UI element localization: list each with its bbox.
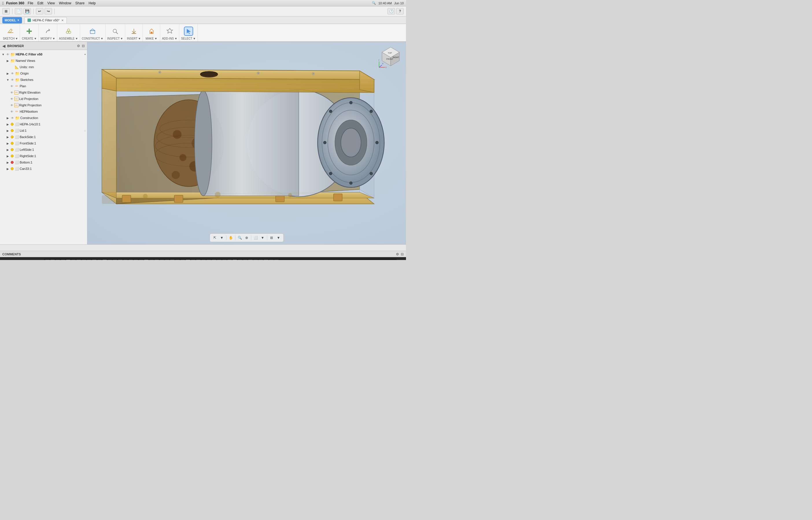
timeline-marker[interactable] bbox=[102, 260, 107, 260]
menubar-search-icon[interactable]: 🔍 bbox=[372, 1, 376, 5]
apple-logo[interactable]:  bbox=[2, 1, 4, 5]
timeline-step-forward-button[interactable]: ⏩ bbox=[30, 259, 36, 260]
menu-view[interactable]: View bbox=[46, 1, 57, 5]
tab-hepa-filter[interactable]: HEPA-C Filter v50° ✕ bbox=[24, 17, 67, 23]
timeline-marker[interactable] bbox=[113, 260, 117, 260]
inspect-dropdown-arrow[interactable]: ▼ bbox=[120, 37, 123, 40]
make-icon-btn[interactable] bbox=[147, 27, 156, 36]
menu-help[interactable]: Help bbox=[87, 1, 97, 5]
select-icon-btn[interactable] bbox=[184, 27, 193, 36]
timeline-step-back-button[interactable]: ⏴ bbox=[16, 259, 22, 260]
timeline-marker[interactable] bbox=[66, 260, 71, 260]
comments-settings-button[interactable]: ⚙ bbox=[396, 252, 399, 256]
right-projection-visibility[interactable]: 👁 bbox=[10, 103, 14, 107]
hepabottom-visibility[interactable]: 👁 bbox=[10, 109, 14, 113]
menu-file[interactable]: File bbox=[26, 1, 35, 5]
timeline-marker[interactable] bbox=[175, 260, 180, 260]
tree-named-views[interactable]: ▶ 📁 Named Views bbox=[0, 57, 87, 64]
vp-dropdown-button[interactable]: ▼ bbox=[219, 235, 225, 241]
menu-share[interactable]: Share bbox=[73, 1, 86, 5]
plan-visibility[interactable]: 👁 bbox=[10, 84, 14, 88]
modify-icon-btn[interactable] bbox=[43, 27, 53, 36]
sketch-dropdown-arrow[interactable]: ▼ bbox=[15, 37, 18, 40]
tree-units[interactable]: ▶ 📐 Units: mm bbox=[0, 64, 87, 70]
timeline-marker[interactable] bbox=[212, 260, 216, 260]
tree-hepabottom[interactable]: 👁 ✏ HEPAbottom bbox=[0, 108, 87, 115]
history-button[interactable]: 🕐 bbox=[388, 8, 395, 15]
timeline-marker[interactable] bbox=[186, 260, 190, 260]
construction-visibility[interactable]: 👁 bbox=[10, 116, 15, 120]
timeline-marker[interactable] bbox=[118, 260, 123, 260]
tree-right-elevation[interactable]: 👁 ✏ Right Elevation bbox=[0, 89, 87, 96]
timeline-marker[interactable] bbox=[253, 260, 258, 260]
save-button[interactable]: 💾 bbox=[23, 8, 31, 15]
timeline-marker[interactable] bbox=[45, 260, 50, 260]
root-visibility[interactable]: 👁 bbox=[6, 52, 10, 56]
right-elevation-visibility[interactable]: 👁 bbox=[10, 90, 14, 95]
timeline-marker[interactable] bbox=[144, 260, 149, 260]
timeline-marker[interactable] bbox=[264, 260, 268, 260]
hepa14x10-visibility-dot[interactable] bbox=[11, 123, 14, 126]
make-dropdown-arrow[interactable]: ▼ bbox=[154, 37, 157, 40]
vp-grid-button[interactable]: ⊞ bbox=[268, 235, 275, 241]
addins-icon-btn[interactable] bbox=[165, 27, 174, 36]
assemble-dropdown-arrow[interactable]: ▼ bbox=[75, 37, 78, 40]
vp-zoom-button[interactable]: 🔍 bbox=[237, 235, 243, 241]
timeline-marker[interactable] bbox=[81, 260, 86, 260]
view-cube[interactable]: FRONT RIGHT TOP X Z Y bbox=[378, 44, 404, 70]
tab-close-button[interactable]: ✕ bbox=[61, 19, 64, 22]
frontside1-visibility-dot[interactable] bbox=[11, 142, 14, 145]
timeline-last-button[interactable]: ⏭ bbox=[37, 259, 43, 260]
menu-window[interactable]: Window bbox=[57, 1, 73, 5]
timeline-marker[interactable] bbox=[269, 260, 274, 260]
timeline-marker[interactable] bbox=[107, 260, 112, 260]
bottom1-visibility-dot[interactable] bbox=[11, 161, 14, 164]
timeline-settings-button[interactable]: ⚙ bbox=[398, 259, 404, 260]
timeline-marker[interactable] bbox=[139, 260, 143, 260]
help-button[interactable]: ? bbox=[396, 8, 404, 15]
tree-lid1[interactable]: ▶ ⬜ Lid:1 ○ bbox=[0, 127, 87, 134]
tree-origin[interactable]: ▶ 👁 📁 Origin bbox=[0, 70, 87, 77]
lid1-visibility-dot[interactable] bbox=[11, 129, 14, 132]
vp-display-button[interactable]: ⬜ bbox=[252, 235, 259, 241]
timeline-marker[interactable] bbox=[87, 260, 91, 260]
create-dropdown-arrow[interactable]: ▼ bbox=[34, 37, 37, 40]
tree-leftside1[interactable]: ▶ ⬜ LeftSide:1 bbox=[0, 147, 87, 153]
vp-fit-button[interactable]: ⇱ bbox=[212, 235, 218, 241]
timeline-marker[interactable] bbox=[201, 260, 206, 260]
browser-collapse-button[interactable]: ◀ bbox=[2, 44, 5, 48]
timeline-marker[interactable] bbox=[259, 260, 263, 260]
tree-hepa14x10[interactable]: ▶ ⬜ HEPA-14x10:1 bbox=[0, 121, 87, 127]
model-mode-button[interactable]: MODEL ▼ bbox=[2, 17, 22, 23]
tree-can331[interactable]: ▶ ⬜ Can33:1 bbox=[0, 165, 87, 172]
assemble-icon-btn[interactable] bbox=[64, 27, 73, 36]
tree-plan[interactable]: 👁 ✏ Plan bbox=[0, 83, 87, 89]
construct-dropdown-arrow[interactable]: ▼ bbox=[101, 37, 103, 40]
modify-dropdown-arrow[interactable]: ▼ bbox=[52, 37, 55, 40]
vp-grid-dropdown[interactable]: ▼ bbox=[275, 235, 282, 241]
origin-visibility[interactable]: 👁 bbox=[10, 71, 15, 75]
tree-sketches[interactable]: ▼ 👁 📁 Sketches bbox=[0, 77, 87, 83]
inspect-icon-btn[interactable] bbox=[110, 27, 120, 36]
leftside1-visibility-dot[interactable] bbox=[11, 148, 14, 151]
browser-expand-button[interactable]: ⊟ bbox=[82, 44, 85, 48]
timeline-marker[interactable] bbox=[222, 260, 227, 260]
timeline-marker[interactable] bbox=[165, 260, 169, 260]
timeline-marker[interactable] bbox=[154, 260, 159, 260]
timeline-marker[interactable] bbox=[76, 260, 81, 260]
select-dropdown-arrow[interactable]: ▼ bbox=[193, 37, 196, 40]
timeline-marker[interactable] bbox=[243, 260, 248, 260]
tree-bottom1[interactable]: ▶ ⬜ Bottom:1 bbox=[0, 159, 87, 165]
comments-collapse-button[interactable]: ⊟ bbox=[401, 252, 404, 256]
vp-zoom-fit-button[interactable]: ⊕ bbox=[244, 235, 250, 241]
timeline-marker[interactable] bbox=[159, 260, 164, 260]
timeline-marker[interactable] bbox=[217, 260, 222, 260]
timeline-prev-button[interactable]: ⏪ bbox=[9, 259, 15, 260]
vp-orbit-button[interactable]: ✋ bbox=[227, 235, 234, 241]
backside1-visibility-dot[interactable] bbox=[11, 135, 14, 138]
new-file-button[interactable]: 📄 bbox=[15, 8, 22, 15]
addins-dropdown-arrow[interactable]: ▼ bbox=[174, 37, 177, 40]
timeline-play-button[interactable]: ⏵ bbox=[23, 259, 29, 260]
undo-button[interactable]: ↩ bbox=[36, 8, 43, 15]
sketches-visibility[interactable]: 👁 bbox=[10, 78, 15, 82]
